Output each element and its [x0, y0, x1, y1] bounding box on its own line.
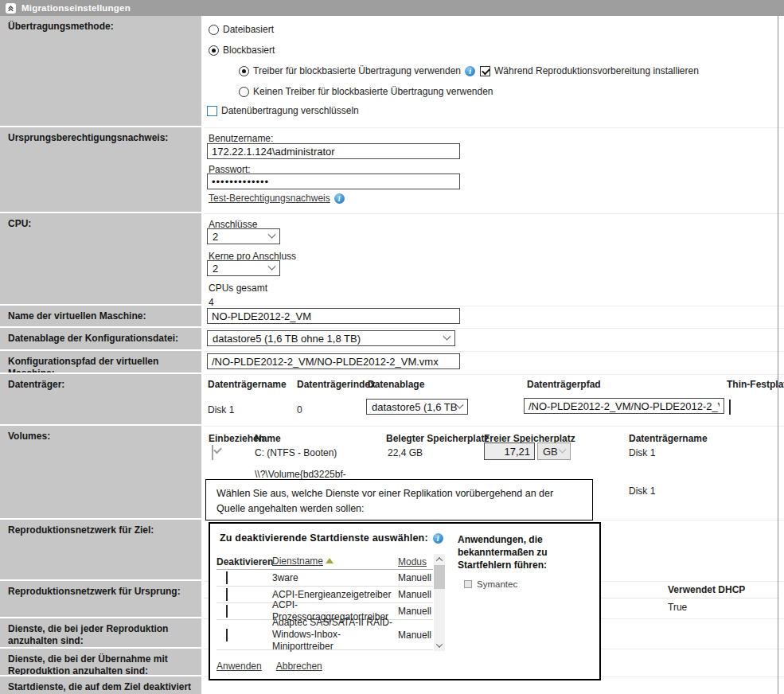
- source-network-label: Reproduktionsnetzwerk für Ursprung:: [0, 581, 201, 617]
- dialog-title: Zu deaktivierende Startdienste auswählen…: [220, 532, 428, 544]
- config-datastore-value: datastore5 (1,6 TB ohne 1,8 TB): [213, 333, 361, 345]
- service-mode: Manuell: [398, 589, 433, 600]
- source-credentials-label: Ursprungsberechtigungsnachweis:: [0, 127, 201, 212]
- disk-index-value: 0: [297, 404, 302, 415]
- username-input[interactable]: [207, 143, 460, 159]
- service-deactivate-checkbox[interactable]: [226, 629, 228, 641]
- password-input[interactable]: [207, 174, 460, 189]
- disk-col-name: Datenträgername: [208, 379, 287, 390]
- dialog-info-icon[interactable]: i: [433, 533, 443, 544]
- volume-free-input[interactable]: [484, 443, 535, 460]
- section-vm-name: Name der virtuellen Maschine:: [0, 306, 784, 326]
- volume-name: C: (NTFS - Booten): [255, 447, 337, 458]
- chevron-down-icon: [456, 400, 464, 408]
- services-scrollbar[interactable]: [434, 554, 445, 651]
- service-row: Adaptec SAS/SATA-II RAID-Windows-Inbox-M…: [216, 620, 433, 650]
- service-mode: Manuell: [398, 572, 433, 583]
- volume-free-unit-select: GB: [537, 443, 571, 460]
- cancel-link[interactable]: Abbrechen: [276, 661, 322, 672]
- col-service-sort-link[interactable]: Dienstname: [272, 556, 323, 567]
- file-based-radio[interactable]: [209, 25, 219, 35]
- chevron-down-icon: [268, 262, 276, 270]
- service-deactivate-checkbox[interactable]: [226, 571, 228, 584]
- volume2-name: \\?\Volume{bd3225bf-: [255, 469, 346, 480]
- sockets-select[interactable]: 2: [207, 228, 280, 244]
- scroll-up-icon[interactable]: [434, 554, 445, 565]
- service-mode: Manuell: [398, 630, 433, 641]
- disk-col-datastore: Datenablage: [368, 379, 424, 390]
- section-disks: Datenträger: Datenträgername Datenträger…: [0, 374, 784, 424]
- service-name: 3ware: [272, 572, 398, 584]
- services-cutover-label: Dienste, die bei der Übernahme mit Repro…: [0, 649, 201, 675]
- volume-disk: Disk 1: [629, 447, 655, 458]
- cores-select[interactable]: 2: [207, 260, 280, 276]
- sort-ascending-icon: [326, 558, 333, 563]
- vol-col-name: Name: [255, 433, 281, 444]
- chevron-down-icon: [559, 445, 567, 453]
- service-row: 3ware Manuell: [216, 570, 433, 587]
- startup-services-label: Startdienste, die auf dem Ziel deaktivie…: [0, 676, 201, 694]
- test-credentials-info-icon[interactable]: i: [334, 193, 345, 204]
- use-driver-info-icon[interactable]: i: [465, 66, 475, 76]
- use-driver-label: Treiber für blockbasierte Übertragung ve…: [253, 65, 461, 76]
- cpu-total-label: CPUs gesamt: [209, 283, 267, 294]
- disk-col-index: Datenträgerindex: [297, 379, 376, 390]
- section-source-credentials: Ursprungsberechtigungsnachweis: Benutzer…: [0, 127, 784, 212]
- config-path-input[interactable]: [207, 353, 460, 369]
- username-label: Benutzername:: [209, 133, 273, 144]
- services-description-box: Wählen Sie aus, welche Dienste vor einer…: [205, 479, 593, 520]
- config-path-label: Konfigurationspfad der virtuellen Maschi…: [0, 351, 201, 372]
- dhcp-value: True: [668, 602, 687, 613]
- disk-name-value: Disk 1: [208, 404, 234, 415]
- collapse-section-icon[interactable]: [6, 3, 16, 14]
- transfer-method-label: Übertragungsmethode:: [0, 16, 201, 126]
- vm-name-input[interactable]: [207, 308, 460, 324]
- section-cpu: CPU: Anschlüsse 2 Kerne pro Anschluss 2 …: [0, 213, 784, 304]
- volume-used: 22,4 GB: [388, 447, 423, 458]
- install-during-prep-label: Während Reproduktionsvorbereitung instal…: [494, 65, 699, 76]
- service-deactivate-checkbox[interactable]: [226, 605, 228, 618]
- disk-col-path: Datenträgerpfad: [527, 379, 601, 390]
- install-during-prep-checkbox[interactable]: [480, 66, 490, 76]
- volume2-disk: Disk 1: [629, 485, 655, 497]
- thin-disk-checkbox[interactable]: [729, 400, 731, 415]
- apps-panel-title: Anwendungen, die bekanntermaßen zu Start…: [458, 533, 595, 571]
- disk-path-input[interactable]: [524, 398, 724, 414]
- titlebar: Migrationseinstellungen: [0, 0, 784, 16]
- encrypt-transfer-checkbox[interactable]: [207, 106, 217, 116]
- disk-col-thin: Thin-Festplatte: [727, 379, 784, 390]
- apply-link[interactable]: Anwenden: [216, 661, 262, 672]
- config-datastore-select[interactable]: datastore5 (1,6 TB ohne 1,8 TB): [207, 330, 455, 346]
- target-network-label: Reproduktionsnetzwerk für Ziel:: [0, 520, 201, 579]
- volumes-label: Volumes:: [0, 426, 201, 518]
- volume-free-unit: GB: [543, 446, 558, 458]
- section-config-datastore: Datenablage der Konfigurationsdatei: dat…: [0, 328, 784, 349]
- services-description-text: Wählen Sie aus, welche Dienste vor einer…: [216, 488, 553, 514]
- block-based-radio[interactable]: [209, 45, 219, 56]
- window-right-border: [778, 16, 778, 694]
- window-title: Migrationseinstellungen: [21, 3, 131, 13]
- use-driver-radio[interactable]: [239, 66, 249, 76]
- col-mode-sort-link[interactable]: Modus: [398, 556, 427, 567]
- vm-name-label: Name der virtuellen Maschine:: [0, 306, 201, 326]
- scroll-down-icon[interactable]: [434, 640, 445, 651]
- cpu-label: CPU:: [0, 213, 201, 304]
- service-deactivate-checkbox[interactable]: [226, 588, 228, 601]
- app-name: Symantec: [477, 579, 517, 589]
- disk-datastore-select[interactable]: datastore5 (1,6 TB: [366, 399, 468, 415]
- sockets-value: 2: [213, 231, 218, 243]
- test-credentials-link[interactable]: Test-Berechtigungsnachweis: [209, 193, 330, 204]
- block-based-label: Blockbasiert: [223, 45, 275, 56]
- app-checkbox: [464, 580, 472, 588]
- volume-include-checkbox: [212, 445, 213, 460]
- no-driver-label: Keinen Treiber für blockbasierte Übertra…: [253, 86, 493, 97]
- scrollbar-thumb[interactable]: [434, 565, 445, 589]
- section-transfer-method: Übertragungsmethode: Dateibasiert Blockb…: [0, 16, 784, 126]
- services-table: Deaktivieren Dienstname Modus 3ware Manu…: [216, 554, 433, 650]
- services-each-replication-label: Dienste, die bei jeder Reproduktion anzu…: [0, 618, 201, 647]
- vol-col-used: Belegter Speicherplatz: [386, 433, 489, 444]
- chevron-down-icon: [268, 230, 276, 238]
- startup-services-dialog: Zu deaktivierende Startdienste auswählen…: [209, 522, 601, 680]
- service-mode: Manuell: [398, 606, 433, 617]
- no-driver-radio[interactable]: [239, 87, 249, 97]
